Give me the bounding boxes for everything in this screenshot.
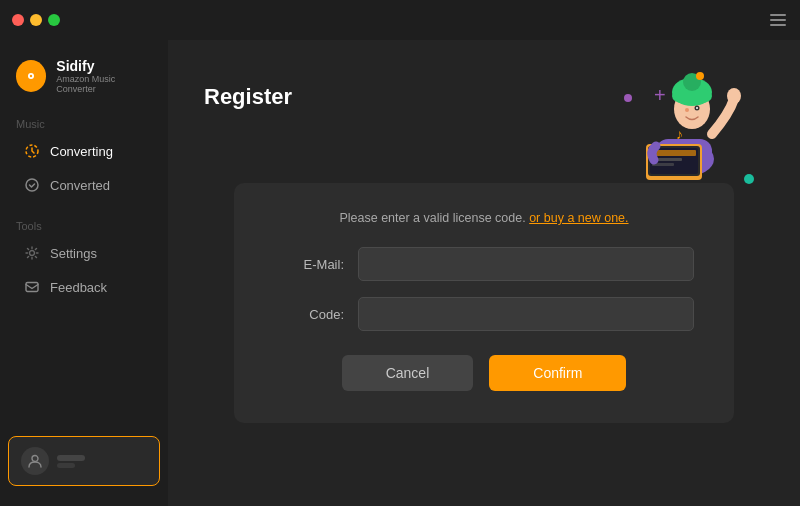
sidebar-item-converting[interactable]: Converting <box>8 135 160 167</box>
illustration: + ♪ <box>604 64 764 194</box>
svg-point-4 <box>26 179 38 191</box>
menu-icon[interactable] <box>770 14 786 26</box>
decor-dot-orange <box>696 72 704 80</box>
modal-message: Please enter a valid license code. or bu… <box>274 211 694 225</box>
confirm-button[interactable]: Confirm <box>489 355 626 391</box>
sidebar: Sidify Amazon Music Converter Music Conv… <box>0 40 168 506</box>
user-sub-placeholder <box>57 463 85 468</box>
app-name: Sidify <box>56 58 152 74</box>
svg-point-5 <box>30 251 35 256</box>
decor-dot-purple <box>624 94 632 102</box>
sidebar-bottom <box>0 428 168 494</box>
modal-message-text: Please enter a valid license code. <box>339 211 525 225</box>
app-subtitle: Amazon Music Converter <box>56 74 152 94</box>
user-name-placeholder <box>57 455 85 461</box>
code-input-wrapper <box>358 297 694 331</box>
maximize-button[interactable] <box>48 14 60 26</box>
logo-text: Sidify Amazon Music Converter <box>56 58 152 94</box>
section-label-tools: Tools <box>0 214 168 236</box>
feedback-icon <box>24 279 40 295</box>
title-bar <box>0 0 800 40</box>
svg-text:♪: ♪ <box>676 126 683 142</box>
register-title: Register <box>204 84 292 110</box>
logo-icon <box>16 60 46 92</box>
code-row: Code: <box>274 297 694 331</box>
buy-license-link[interactable]: or buy a new one. <box>529 211 628 225</box>
character-svg: ♪ <box>604 64 754 184</box>
svg-point-24 <box>727 88 741 104</box>
user-card[interactable] <box>8 436 160 486</box>
svg-rect-19 <box>672 89 712 103</box>
decor-plus: + <box>654 84 666 107</box>
settings-label: Settings <box>50 246 97 261</box>
sidebar-item-converted[interactable]: Converted <box>8 169 160 201</box>
code-label: Code: <box>274 307 344 322</box>
converting-icon <box>24 143 40 159</box>
svg-point-7 <box>32 456 38 462</box>
traffic-lights <box>12 14 60 26</box>
decor-dot-teal <box>744 174 754 184</box>
converted-label: Converted <box>50 178 110 193</box>
converted-icon <box>24 177 40 193</box>
app-body: Sidify Amazon Music Converter Music Conv… <box>0 40 800 506</box>
settings-icon <box>24 245 40 261</box>
main-content: Register + <box>168 40 800 506</box>
feedback-label: Feedback <box>50 280 107 295</box>
sidebar-item-feedback[interactable]: Feedback <box>8 271 160 303</box>
minimize-button[interactable] <box>30 14 42 26</box>
email-row: E-Mail: <box>274 247 694 281</box>
cancel-button[interactable]: Cancel <box>342 355 474 391</box>
close-button[interactable] <box>12 14 24 26</box>
register-modal: Please enter a valid license code. or bu… <box>234 183 734 423</box>
email-input-wrapper <box>358 247 694 281</box>
user-avatar <box>21 447 49 475</box>
sidebar-item-settings[interactable]: Settings <box>8 237 160 269</box>
modal-actions: Cancel Confirm <box>274 355 694 391</box>
app-logo: Sidify Amazon Music Converter <box>0 52 168 112</box>
code-input[interactable] <box>358 297 694 331</box>
svg-point-23 <box>696 107 698 109</box>
email-label: E-Mail: <box>274 257 344 272</box>
user-info <box>57 455 85 468</box>
section-label-music: Music <box>0 112 168 134</box>
register-header: Register + <box>168 40 800 194</box>
svg-point-21 <box>685 108 689 112</box>
converting-label: Converting <box>50 144 113 159</box>
svg-rect-13 <box>652 150 696 156</box>
svg-rect-6 <box>26 283 38 292</box>
svg-point-2 <box>30 75 32 77</box>
email-input[interactable] <box>358 247 694 281</box>
